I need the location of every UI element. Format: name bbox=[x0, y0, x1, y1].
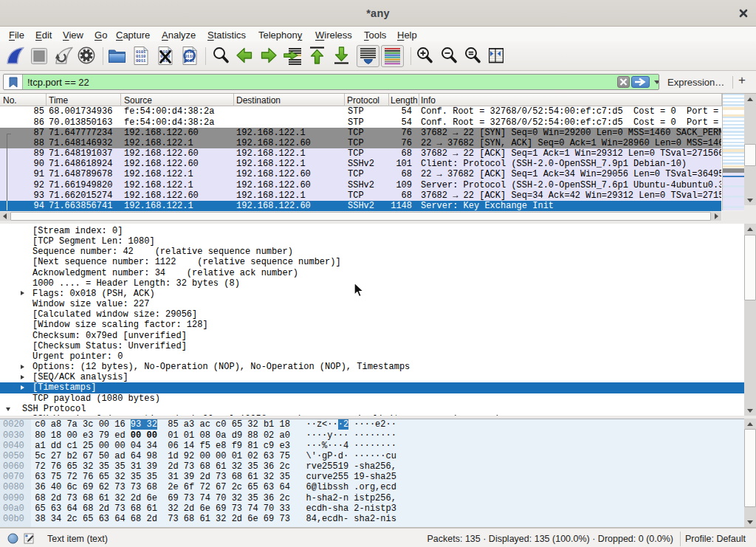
svg-text:0011: 0011 bbox=[136, 58, 146, 63]
